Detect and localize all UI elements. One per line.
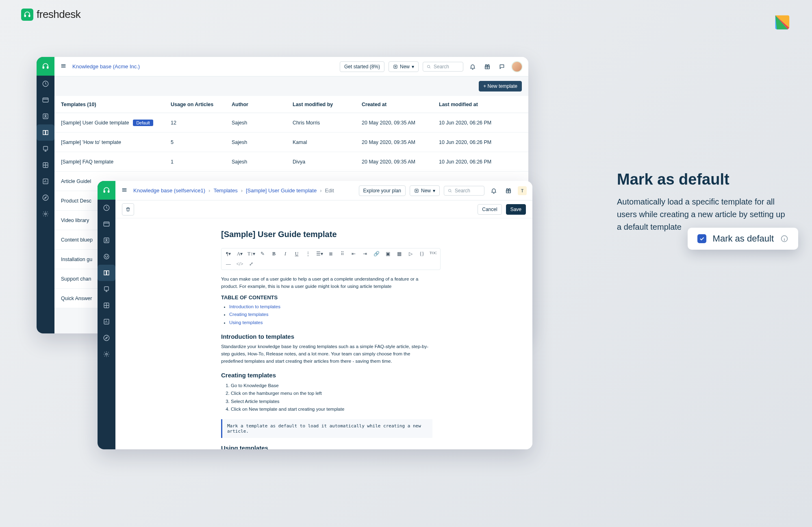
search-input[interactable]: Search xyxy=(444,186,484,196)
search-icon xyxy=(447,188,452,193)
explore-plan-button[interactable]: Explore your plan xyxy=(359,185,406,196)
crumb-edit: Edit xyxy=(325,187,334,194)
intro-para[interactable]: You can make use of a user guide to help… xyxy=(221,276,432,290)
avatar[interactable] xyxy=(511,61,523,72)
toc-link[interactable]: Using templates xyxy=(229,320,263,325)
nav-dashboard-icon[interactable] xyxy=(37,76,54,92)
rte-align-icon[interactable]: ☰▾ xyxy=(316,251,323,257)
rte-more-icon[interactable]: ⋮ xyxy=(304,251,312,257)
freshworks-logo xyxy=(772,12,791,33)
rte-link-icon[interactable]: 🔗 xyxy=(373,251,380,257)
svg-point-11 xyxy=(43,195,48,200)
gift-icon[interactable] xyxy=(482,61,493,72)
svg-point-12 xyxy=(45,213,47,215)
rte-code-icon[interactable]: {} xyxy=(418,251,426,257)
doc-title[interactable]: [Sample] User Guide template xyxy=(221,230,520,239)
cell-usage: 5 xyxy=(171,139,232,145)
nav-social-icon[interactable] xyxy=(98,281,115,297)
sidebar xyxy=(37,57,54,333)
new-template-button[interactable]: + New template xyxy=(479,81,522,91)
nav-automation-icon[interactable] xyxy=(37,157,54,173)
steps-create: Go to Knowledge BaseClick on the hamburg… xyxy=(231,382,520,414)
nav-settings-icon[interactable] xyxy=(98,346,115,362)
list-item: Select Article templates xyxy=(231,398,520,406)
template-name: [Sample] 'How to' template xyxy=(61,139,121,145)
p-intro[interactable]: Standardize your knowledge base by creat… xyxy=(221,343,432,365)
app-logo-icon xyxy=(98,181,115,200)
rte-underline-icon[interactable]: U xyxy=(293,251,300,257)
crumb-templates[interactable]: Templates xyxy=(213,187,237,194)
list-item: Click on New template and start creating… xyxy=(231,405,520,414)
callout-note: Mark a template as default to load it au… xyxy=(221,419,432,438)
rte-source-icon[interactable]: </> xyxy=(236,261,243,267)
hamburger-icon[interactable] xyxy=(60,63,68,71)
table-row[interactable]: [Sample] User Guide templateDefault12Saj… xyxy=(54,113,528,133)
rte-video-icon[interactable]: ▷ xyxy=(407,251,414,257)
nav-social-icon[interactable] xyxy=(37,141,54,157)
save-button[interactable]: Save xyxy=(506,204,526,215)
cancel-button[interactable]: Cancel xyxy=(478,204,502,215)
nav-contacts-icon[interactable] xyxy=(98,232,115,248)
rte-hr-icon[interactable]: — xyxy=(225,261,232,267)
nav-explore-icon[interactable] xyxy=(98,330,115,346)
get-started-button[interactable]: Get started (8%) xyxy=(340,61,384,72)
rte-image-icon[interactable]: ▣ xyxy=(384,251,391,257)
gift-icon[interactable] xyxy=(503,185,514,196)
rte-bold-icon[interactable]: B xyxy=(270,251,278,257)
trial-badge[interactable]: T xyxy=(518,186,527,195)
nav-reports-icon[interactable] xyxy=(98,314,115,330)
hamburger-icon[interactable] xyxy=(121,187,129,195)
nav-settings-icon[interactable] xyxy=(37,206,54,222)
bell-icon[interactable] xyxy=(489,185,499,196)
crumb-kb[interactable]: Knowledge base (selfservice1) xyxy=(133,187,205,194)
toc-link[interactable]: Creating templates xyxy=(229,312,269,317)
nav-contacts-icon[interactable] xyxy=(37,108,54,124)
new-button[interactable]: New▾ xyxy=(389,61,419,72)
rte-color-icon[interactable]: ✎ xyxy=(259,251,266,257)
new-button[interactable]: New▾ xyxy=(410,185,440,196)
search-input[interactable]: Search xyxy=(423,62,463,72)
rte-font-icon[interactable]: A▾ xyxy=(236,251,243,257)
nav-explore-icon[interactable] xyxy=(37,189,54,206)
checkbox-checked-icon[interactable] xyxy=(697,234,706,243)
rte-toolbar[interactable]: ¶▾ A▾ T↕▾ ✎ B I U ⋮ ☰▾ ≣ ⠿ ⇤ ⇥ 🔗 ▣ ▦ ▷ {… xyxy=(221,248,441,270)
default-badge: Default xyxy=(133,120,153,126)
col-usage: Usage on Articles xyxy=(171,102,232,107)
app-logo-icon xyxy=(37,57,54,76)
table-row[interactable]: [Sample] FAQ template1SajeshDivya20 May … xyxy=(54,152,528,172)
nav-tickets-icon[interactable] xyxy=(37,92,54,108)
table-row[interactable]: [Sample] 'How to' template5SajeshKamal20… xyxy=(54,133,528,152)
nav-knowledgebase-icon[interactable] xyxy=(98,265,115,281)
rte-size-icon[interactable]: T↕▾ xyxy=(248,251,255,257)
toc-list: Introduction to templatesCreating templa… xyxy=(229,303,520,327)
marketing-copy: Mark as default Automatically load a spe… xyxy=(617,171,788,233)
cell-created: 20 May 2020, 09:35 AM xyxy=(362,139,439,145)
svg-point-14 xyxy=(428,65,430,68)
info-icon[interactable] xyxy=(780,235,788,243)
toc-link[interactable]: Introduction to templates xyxy=(229,304,280,309)
bell-icon[interactable] xyxy=(467,61,478,72)
rte-indent-icon[interactable]: ⇤ xyxy=(350,251,357,257)
rte-outdent-icon[interactable]: ⇥ xyxy=(361,251,369,257)
cell-modified_by: Chris Morris xyxy=(293,120,362,126)
freshchat-icon[interactable] xyxy=(497,61,507,72)
nav-knowledgebase-icon[interactable] xyxy=(37,124,54,141)
rte-ul-icon[interactable]: ⠿ xyxy=(339,251,346,257)
nav-tickets-icon[interactable] xyxy=(98,216,115,232)
svg-point-28 xyxy=(104,335,109,341)
rte-italic-icon[interactable]: I xyxy=(282,251,289,257)
rte-paragraph-icon[interactable]: ¶▾ xyxy=(225,251,232,257)
rte-expand-icon[interactable]: ⤢ xyxy=(248,261,255,267)
editor-actions: Cancel Save xyxy=(115,200,532,218)
delete-button[interactable] xyxy=(122,203,134,216)
crumb-template-name[interactable]: [Sample] User Guide template xyxy=(246,187,317,194)
breadcrumb[interactable]: Knowledge base (Acme Inc.) xyxy=(72,63,140,70)
rte-table-icon[interactable]: ▦ xyxy=(395,251,403,257)
nav-bot-icon[interactable] xyxy=(98,248,115,265)
template-name: Product Desc xyxy=(61,198,91,204)
nav-automation-icon[interactable] xyxy=(98,297,115,314)
rte-toc-icon[interactable]: TOC xyxy=(430,251,437,257)
nav-reports-icon[interactable] xyxy=(37,173,54,189)
nav-dashboard-icon[interactable] xyxy=(98,200,115,216)
rte-ol-icon[interactable]: ≣ xyxy=(327,251,334,257)
